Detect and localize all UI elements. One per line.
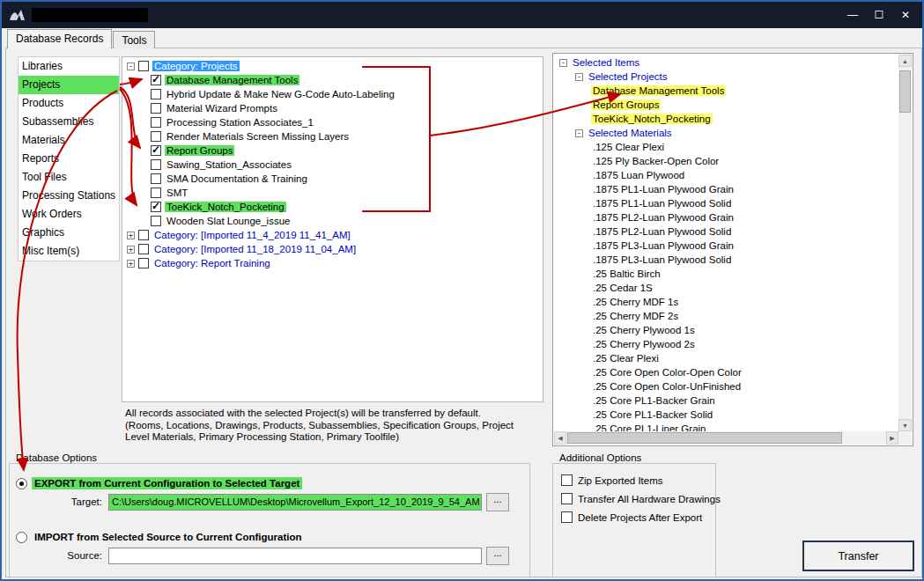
selected-material-row[interactable]: .1875 PL3-Luan Plywood Solid: [554, 253, 898, 267]
minimize-button[interactable]: —: [839, 2, 866, 28]
selected-material-row[interactable]: .1875 PL3-Luan Plywood Grain: [554, 239, 898, 253]
selected-material-label[interactable]: .25 Clear Plexi: [591, 353, 661, 364]
tree-category[interactable]: + Category: [Imported 11_18_2019 11_04_A…: [122, 242, 543, 256]
horizontal-scrollbar[interactable]: ◀ ▶: [554, 431, 898, 445]
selected-material-label[interactable]: .1875 PL3-Luan Plywood Grain: [591, 240, 736, 251]
selected-project-row[interactable]: Report Groups: [554, 98, 898, 112]
selected-material-label[interactable]: .1875 PL1-Luan Plywood Grain: [591, 184, 736, 195]
item-checkbox[interactable]: [151, 159, 161, 170]
category-checkbox[interactable]: [138, 61, 149, 71]
category-checkbox[interactable]: [138, 230, 149, 240]
option-checkbox-row[interactable]: Delete Projects After Export: [561, 508, 721, 526]
source-path-input[interactable]: [108, 548, 482, 564]
selected-material-label[interactable]: .25 Core PL1-Liner Grain: [591, 423, 707, 431]
option-checkbox[interactable]: [561, 493, 573, 504]
item-checkbox[interactable]: [151, 145, 161, 156]
tab-database-records[interactable]: Database Records: [7, 29, 112, 48]
category-checkbox[interactable]: [138, 258, 149, 268]
selected-material-row[interactable]: .25 Cherry Plywood 1s: [554, 323, 898, 337]
sidebar-item[interactable]: Projects: [18, 76, 119, 94]
tree-category[interactable]: + Category: [Imported 11_4_2019 11_41_AM…: [122, 228, 543, 242]
item-checkbox[interactable]: [151, 202, 161, 212]
selected-material-label[interactable]: .1875 PL2-Luan Plywood Grain: [591, 212, 736, 223]
item-checkbox[interactable]: [151, 89, 161, 99]
selected-material-row[interactable]: .1875 PL1-Luan Plywood Solid: [554, 196, 898, 210]
expand-icon[interactable]: +: [127, 260, 135, 268]
tree-item[interactable]: SMT: [122, 186, 543, 200]
expand-icon[interactable]: +: [127, 232, 135, 239]
option-checkbox-row[interactable]: Zip Exported Items: [561, 471, 721, 489]
scroll-down-icon[interactable]: ▼: [898, 419, 912, 431]
item-checkbox[interactable]: [151, 131, 161, 142]
selected-projects-label[interactable]: Selected Projects: [587, 71, 669, 82]
selected-project-label[interactable]: Database Management Tools: [591, 85, 726, 96]
export-radio[interactable]: [16, 478, 27, 489]
selected-material-row[interactable]: .25 Core PL1-Liner Grain: [554, 422, 898, 431]
selected-material-row[interactable]: .125 Clear Plexi: [554, 140, 898, 154]
tree-item-label[interactable]: Database Management Tools: [165, 75, 299, 85]
category-label[interactable]: Category: [Imported 11_18_2019 11_04_AM]: [152, 244, 358, 254]
selected-material-label[interactable]: .1875 PL2-Luan Plywood Solid: [591, 226, 733, 237]
option-checkbox-row[interactable]: Transfer All Hardware Drawings: [561, 489, 721, 508]
sidebar-item[interactable]: Misc Item(s): [18, 242, 119, 261]
selected-material-row[interactable]: .25 Clear Plexi: [554, 351, 898, 365]
selected-material-row[interactable]: .25 Baltic Birch: [554, 267, 898, 281]
tree-item-label[interactable]: Wooden Slat Lounge_issue: [165, 216, 292, 226]
selected-material-label[interactable]: .25 Core Open Color-UnFinished: [591, 381, 743, 392]
selected-material-label[interactable]: .25 Cedar 1S: [591, 283, 654, 293]
selected-material-row[interactable]: .25 Core Open Color-Open Color: [554, 365, 898, 379]
sidebar-item[interactable]: Materials: [18, 131, 119, 150]
tree-item[interactable]: ToeKick_Notch_Pocketing: [122, 200, 543, 214]
selected-material-row[interactable]: .25 Core PL1-Backer Solid: [554, 408, 898, 422]
tree-item-label[interactable]: SMT: [165, 188, 189, 198]
tree-item[interactable]: Hybrid Update & Make New G-Code Auto-Lab…: [122, 87, 543, 101]
collapse-icon[interactable]: -: [575, 129, 583, 137]
tree-item-label[interactable]: Hybrid Update & Make New G-Code Auto-Lab…: [165, 89, 396, 99]
tree-item-label[interactable]: Material Wizard Prompts: [165, 103, 279, 114]
selected-items-label[interactable]: Selected Items: [571, 57, 641, 68]
sidebar-item[interactable]: Libraries: [18, 57, 119, 76]
selected-material-row[interactable]: .25 Cherry MDF 2s: [554, 309, 898, 323]
category-projects-label[interactable]: Category: Projects: [152, 61, 240, 71]
selected-material-row[interactable]: .25 Core PL1-Backer Grain: [554, 393, 898, 408]
sidebar-item[interactable]: Work Orders: [18, 205, 119, 224]
selected-material-row[interactable]: .25 Core Open Color-UnFinished: [554, 379, 898, 393]
tree-item[interactable]: Sawing_Station_Associates: [122, 158, 543, 172]
scroll-up-icon[interactable]: ▲: [898, 55, 912, 67]
vertical-scrollbar[interactable]: ▲ ▼: [898, 55, 912, 431]
tree-item-label[interactable]: Render Materials Screen Missing Layers: [165, 131, 351, 142]
sidebar-item[interactable]: Reports: [18, 150, 119, 168]
item-checkbox[interactable]: [151, 173, 161, 184]
category-label[interactable]: Category: [Imported 11_4_2019 11_41_AM]: [152, 230, 352, 240]
tree-item[interactable]: Render Materials Screen Missing Layers: [122, 129, 543, 143]
target-browse-button[interactable]: ...: [486, 493, 509, 511]
selected-material-row[interactable]: .1875 PL2-Luan Plywood Grain: [554, 210, 898, 224]
selected-material-label[interactable]: .25 Cherry Plywood 1s: [591, 325, 697, 335]
category-label[interactable]: Category: Report Training: [152, 258, 272, 268]
horizontal-scroll-thumb[interactable]: [567, 432, 842, 444]
selected-material-label[interactable]: .25 Cherry MDF 2s: [591, 311, 680, 321]
item-checkbox[interactable]: [151, 103, 161, 114]
selected-material-label[interactable]: .125 Clear Plexi: [591, 142, 666, 152]
collapse-icon[interactable]: -: [127, 63, 135, 70]
import-radio-label[interactable]: IMPORT from Selected Source to Current C…: [32, 531, 305, 543]
selected-material-row[interactable]: .25 Cherry MDF 1s: [554, 295, 898, 309]
tree-item-label[interactable]: ToeKick_Notch_Pocketing: [165, 202, 286, 212]
import-radio[interactable]: [16, 532, 27, 543]
collapse-icon[interactable]: -: [559, 59, 567, 67]
sidebar-item[interactable]: Tool Files: [18, 168, 119, 187]
selected-material-label[interactable]: .25 Core PL1-Backer Grain: [591, 395, 717, 406]
tree-item-label[interactable]: Sawing_Station_Associates: [165, 159, 293, 170]
vertical-scroll-thumb[interactable]: [899, 70, 911, 113]
item-checkbox[interactable]: [151, 188, 161, 198]
selected-material-label[interactable]: .25 Baltic Birch: [591, 268, 662, 279]
selected-project-label[interactable]: Report Groups: [591, 99, 661, 110]
category-checkbox[interactable]: [138, 244, 149, 254]
sidebar-item[interactable]: Subassemblies: [18, 113, 119, 131]
transfer-button[interactable]: Transfer: [802, 541, 914, 571]
tree-item[interactable]: Report Groups: [122, 143, 543, 158]
item-checkbox[interactable]: [151, 216, 161, 226]
selected-project-row[interactable]: Database Management Tools: [554, 84, 898, 98]
tree-item[interactable]: Database Management Tools: [122, 73, 543, 87]
option-checkbox[interactable]: [561, 511, 573, 523]
